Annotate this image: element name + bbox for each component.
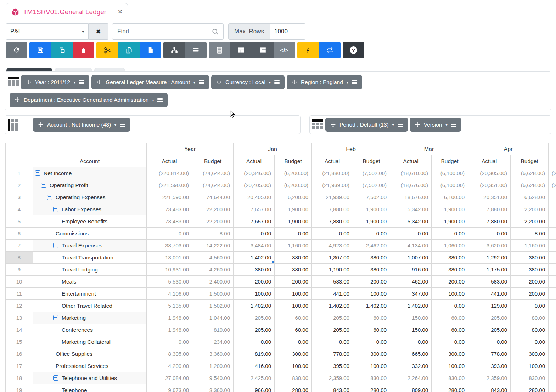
subset-list-icon[interactable]	[120, 123, 125, 127]
cell-r18-c5[interactable]: 830.00	[353, 372, 390, 384]
tab-close-icon[interactable]: ✕	[118, 8, 123, 16]
cell-r14-c2[interactable]: 205.00	[234, 324, 275, 336]
account-cell[interactable]: Operating Profit	[33, 179, 147, 191]
cell-r5-c5[interactable]: 1,900.00	[353, 215, 390, 228]
cell-r11-c7[interactable]: 100.00	[432, 288, 468, 300]
cell-r6-c8[interactable]: 0.00	[468, 228, 511, 240]
cell-r13-c0[interactable]: 1,948.00	[147, 312, 192, 324]
row-number[interactable]: 3	[6, 191, 33, 203]
cell-r13-c7[interactable]: 60.00	[432, 312, 468, 324]
cell-r16-c8[interactable]: 778.00	[468, 348, 511, 360]
cell-r8-c7[interactable]: 380.00	[432, 252, 468, 264]
row-number[interactable]: 18	[6, 372, 33, 384]
account-cell[interactable]: Conferences	[33, 324, 147, 336]
cell-r16-c9[interactable]: 300.00	[511, 348, 549, 360]
cell-r17-c7[interactable]: 100.00	[432, 360, 468, 372]
help-button[interactable]: ?	[343, 42, 364, 58]
cell-r13-c2[interactable]: 205.00	[234, 312, 275, 324]
column-group-Feb[interactable]: Feb	[312, 143, 390, 155]
cell-r3-c1[interactable]: 74,644.00	[192, 191, 234, 203]
cell-r13-c8[interactable]: 205.00	[468, 312, 511, 324]
cell-r15-c5[interactable]: 0.00	[353, 336, 390, 348]
cell-r11-c5[interactable]: 100.00	[353, 288, 390, 300]
cell-r2-c2[interactable]: (20,405.00)	[234, 179, 275, 191]
cell-r18-c6[interactable]: 2,264.00	[390, 372, 432, 384]
max-rows-input[interactable]	[270, 23, 305, 40]
account-cell[interactable]: Employee Benefits	[33, 215, 147, 228]
row-number[interactable]: 14	[6, 324, 33, 336]
dimension-pill-year[interactable]: Year : 2011/12 ▾	[21, 75, 89, 89]
cell-r10-c0[interactable]: 5,530.00	[147, 276, 192, 288]
cell-r4-c5[interactable]: 1,900.00	[353, 203, 390, 215]
cell-r12-c9[interactable]: 0.00	[511, 300, 549, 312]
subset-list-icon[interactable]	[352, 80, 357, 85]
cell-r16-c4[interactable]: 778.00	[312, 348, 353, 360]
layout-top-button[interactable]	[230, 42, 252, 58]
find-input[interactable]	[112, 23, 224, 40]
cell-r19-c8[interactable]: 843.00	[468, 384, 511, 392]
cell-r8-c6[interactable]: 1,007.00	[390, 252, 432, 264]
cell-r14-c0[interactable]: 1,948.00	[147, 324, 192, 336]
cell-r3-c8[interactable]: 20,351.00	[468, 191, 511, 203]
cell-r17-c3[interactable]: 100.00	[275, 360, 312, 372]
cell-r2-c7[interactable]: (6,100.00)	[432, 179, 468, 191]
cell-r6-clipped[interactable]	[549, 228, 556, 240]
column-group-Mar[interactable]: Mar	[390, 143, 468, 155]
paste-button[interactable]	[140, 42, 161, 58]
cell-r2-c4[interactable]: (21,939.00)	[312, 179, 353, 191]
cell-r6-c7[interactable]: 0.00	[432, 228, 468, 240]
cell-r2-c8[interactable]: (20,351.00)	[468, 179, 511, 191]
cell-r9-c8[interactable]: 1,175.00	[468, 264, 511, 276]
chevron-down-icon[interactable]: ▾	[114, 123, 116, 127]
row-number[interactable]: 5	[6, 215, 33, 228]
row-number[interactable]: 13	[6, 312, 33, 324]
chevron-down-icon[interactable]: ▾	[74, 80, 75, 84]
cell-r3-c3[interactable]: 6,200.00	[275, 191, 312, 203]
cell-r12-c1[interactable]: 1,502.00	[192, 300, 234, 312]
cell-r8-clipped[interactable]	[549, 252, 556, 264]
subset-list-icon[interactable]	[79, 80, 84, 85]
cell-r3-c0[interactable]: 221,590.00	[147, 191, 192, 203]
cell-r6-c1[interactable]: 8.00	[192, 228, 234, 240]
recalculate-button[interactable]	[297, 42, 319, 58]
cell-r18-c9[interactable]: 830.00	[511, 372, 549, 384]
sub-header-actual[interactable]: Actual	[312, 155, 353, 167]
cell-r13-c9[interactable]: 80.00	[511, 312, 549, 324]
cell-r1-c1[interactable]: (74,644.00)	[192, 167, 234, 179]
cell-r18-clipped[interactable]	[549, 372, 556, 384]
account-cell[interactable]: Travel Transportation	[33, 252, 147, 264]
cell-r8-c9[interactable]: 380.00	[511, 252, 549, 264]
cell-r8-c0[interactable]: 13,001.00	[147, 252, 192, 264]
cell-r14-c9[interactable]: 80.00	[511, 324, 549, 336]
cell-r6-c3[interactable]: 0.00	[275, 228, 312, 240]
cell-r9-c6[interactable]: 916.00	[390, 264, 432, 276]
cell-r8-c1[interactable]: 4,560.00	[192, 252, 234, 264]
cell-r18-c7[interactable]: 830.00	[432, 372, 468, 384]
cell-r18-c8[interactable]: 2,359.00	[468, 372, 511, 384]
sub-header-budget[interactable]: Budget	[432, 155, 468, 167]
cell-r8-c8[interactable]: 1,292.00	[468, 252, 511, 264]
cell-r16-c5[interactable]: 300.00	[353, 348, 390, 360]
cell-r2-c3[interactable]: (6,200.00)	[275, 179, 312, 191]
cell-r14-c3[interactable]: 60.00	[275, 324, 312, 336]
sub-header-clipped[interactable]	[549, 155, 556, 167]
cell-r12-c6[interactable]: 1,402.00	[390, 300, 432, 312]
cell-r4-c4[interactable]: 7,880.00	[312, 203, 353, 215]
row-number[interactable]: 8	[6, 252, 33, 264]
subset-list-icon[interactable]	[451, 123, 456, 127]
cell-r11-c2[interactable]: 100.00	[234, 288, 275, 300]
cell-r19-c1[interactable]: 3,360.00	[192, 384, 234, 392]
row-number[interactable]: 6	[6, 228, 33, 240]
collapse-icon[interactable]	[53, 315, 58, 320]
chevron-down-icon[interactable]: ▾	[152, 98, 154, 102]
cell-r5-c8[interactable]: 7,880.00	[468, 215, 511, 228]
row-number[interactable]: 11	[6, 288, 33, 300]
row-number[interactable]: 2	[6, 179, 33, 191]
subset-list-icon[interactable]	[157, 98, 163, 102]
row-number[interactable]: 4	[6, 203, 33, 215]
row-number[interactable]: 15	[6, 336, 33, 348]
dimension-pill-version[interactable]: Version ▾	[410, 118, 461, 132]
cell-r2-c9[interactable]: (6,628.00)	[511, 179, 549, 191]
subset-list-icon[interactable]	[398, 123, 403, 127]
chevron-down-icon[interactable]: ▾	[269, 80, 271, 84]
